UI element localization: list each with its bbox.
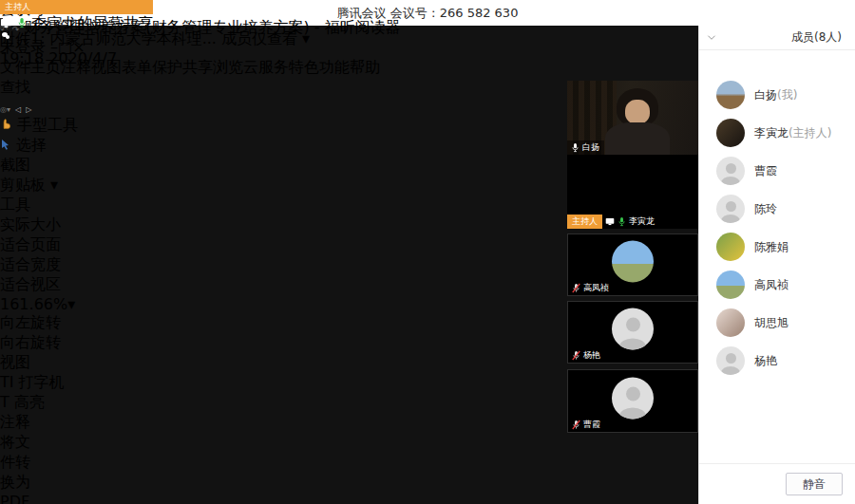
- member-row-3[interactable]: 曹霞: [699, 152, 855, 190]
- ribbon-group-create: 将文件转换为PDF 从扫描仪 空白 从剪贴板 创建: [0, 433, 608, 504]
- mic-on-icon: [17, 17, 27, 28]
- member-name: 曹霞: [754, 163, 777, 179]
- avatar: [716, 271, 745, 299]
- member-list: 白扬(我)李寅龙(主持人)曹霞陈玲陈雅娟高凤祯胡思旭杨艳: [699, 76, 855, 380]
- member-row-8[interactable]: 杨艳: [699, 342, 855, 380]
- find-options-icon[interactable]: ◎▾: [0, 105, 10, 114]
- actual-size-button[interactable]: 实际大小: [0, 215, 608, 235]
- member-row-5[interactable]: 陈雅娟: [699, 228, 855, 266]
- member-row-4[interactable]: 陈玲: [699, 190, 855, 228]
- video-name-label: 李寅龙: [629, 215, 655, 228]
- pdf-reader-window: F ↶ ↷ 财务管理培养方案(财务管理专业培养方案) - 福昕阅读器 未登录 –…: [0, 0, 608, 504]
- avatar: [612, 240, 654, 282]
- screen-share-icon: [605, 217, 615, 226]
- highlight-button[interactable]: T 高亮: [0, 393, 608, 413]
- mute-button[interactable]: 静音: [786, 473, 843, 495]
- member-name: 白扬: [754, 87, 777, 103]
- ribbon-group-comment: TI 打字机 T 高亮 注释: [0, 373, 608, 433]
- typewriter-icon: TI: [0, 373, 14, 391]
- rotate-left-button[interactable]: 向左旋转: [0, 313, 608, 333]
- video-name-label: 曹霞: [583, 419, 600, 431]
- avatar: [716, 195, 745, 223]
- member-name: 杨艳: [754, 353, 777, 369]
- taskbar-clock[interactable]: 19:18 2020/4/7: [0, 49, 310, 67]
- clipboard-button[interactable]: 剪贴板 ▾: [0, 176, 608, 196]
- highlight-icon: T: [0, 393, 10, 411]
- member-name: 高凤祯: [754, 277, 788, 293]
- hand-tool-button[interactable]: 手型工具: [0, 116, 608, 136]
- cursor-icon: [0, 139, 11, 150]
- mic-muted-icon: [572, 420, 580, 430]
- video-tile-baiyang[interactable]: 白扬: [567, 81, 698, 155]
- avatar: [716, 157, 745, 185]
- find-prev-icon[interactable]: ◁: [15, 105, 21, 114]
- avatar: [716, 119, 745, 147]
- avatar: [716, 308, 745, 337]
- video-tile-caoxia[interactable]: 曹霞: [567, 369, 698, 433]
- mic-muted-icon: [572, 350, 580, 361]
- zoom-input[interactable]: 161.66%▾: [0, 295, 608, 313]
- members-panel-footer: 静音: [699, 463, 855, 504]
- mic-muted-icon: [572, 283, 580, 293]
- video-tile-gaofengzhen[interactable]: 高凤祯: [567, 233, 698, 296]
- find-next-icon[interactable]: ▷: [26, 105, 31, 114]
- clock-date: 2020/4/7: [48, 49, 117, 67]
- video-name-label: 杨艳: [583, 349, 600, 362]
- member-row-6[interactable]: 高凤祯: [699, 266, 855, 304]
- chevron-down-icon[interactable]: [707, 34, 716, 41]
- permission-dropdown[interactable]: 成员仅查看 ▾: [221, 29, 310, 47]
- screen-share-icon: [0, 18, 12, 28]
- video-tile-yangyan[interactable]: 杨艳: [567, 301, 698, 364]
- share-banner-text: 李寅龙的屏幕共享: [31, 14, 153, 32]
- video-name-label: 高凤祯: [583, 282, 609, 294]
- members-panel-title: 成员(8人): [791, 29, 842, 46]
- ribbon-tab-11[interactable]: 帮助: [350, 58, 380, 76]
- member-row-7[interactable]: 胡思旭: [699, 304, 855, 342]
- find-input[interactable]: 查找: [0, 78, 608, 98]
- group-label-comment: 注释: [0, 413, 608, 433]
- ribbon: 手型工具 选择 截图 剪贴板 ▾ 工具 实际大小: [0, 116, 608, 504]
- avatar: [612, 308, 654, 349]
- find-toolbar: 查找 ◎▾ ◁ ▷: [0, 78, 608, 116]
- video-name-label: 白扬: [582, 141, 599, 154]
- member-role-suffix: (主持人): [788, 125, 831, 141]
- member-name: 陈雅娟: [754, 239, 788, 255]
- avatar: [716, 233, 745, 261]
- member-role-suffix: (我): [777, 87, 797, 103]
- member-name: 胡思旭: [754, 315, 788, 331]
- member-name: 陈玲: [754, 201, 777, 217]
- fit-page-button[interactable]: 适合页面: [0, 235, 608, 255]
- screen-share-banner: 主持人 李寅龙的屏幕共享: [0, 0, 153, 34]
- mic-on-icon: [571, 142, 580, 153]
- avatar: [612, 377, 654, 419]
- member-name: 李寅龙: [754, 125, 788, 141]
- clock-time: 19:18: [0, 49, 44, 67]
- snapshot-button[interactable]: 截图: [0, 156, 608, 176]
- members-panel: 成员(8人) 白扬(我)李寅龙(主持人)曹霞陈玲陈雅娟高凤祯胡思旭杨艳 静音: [698, 26, 855, 504]
- group-label-tools: 工具: [0, 196, 608, 215]
- ribbon-group-view: 实际大小 适合页面 适合宽度 适合视区 161.66%▾ 向左旋转 向右旋转 视…: [0, 215, 608, 373]
- ribbon-group-tools: 手型工具 选择 截图 剪贴板 ▾ 工具: [0, 116, 608, 215]
- group-label-view: 视图: [0, 353, 608, 373]
- hand-icon: [0, 118, 12, 130]
- member-row-1[interactable]: 白扬(我): [699, 76, 855, 114]
- typewriter-button[interactable]: TI 打字机: [0, 373, 608, 393]
- members-panel-header: 成员(8人): [699, 26, 855, 50]
- avatar: [716, 346, 745, 375]
- host-badge: 主持人: [567, 215, 602, 229]
- rotate-right-button[interactable]: 向右旋转: [0, 333, 608, 353]
- convert-pdf-button[interactable]: 将文件转换为PDF: [0, 433, 38, 504]
- fit-visible-button[interactable]: 适合视区: [0, 275, 608, 295]
- find-placeholder: 查找: [0, 78, 30, 96]
- host-badge: 主持人: [0, 0, 153, 14]
- mic-on-icon: [618, 216, 626, 227]
- video-tile-liyinlong[interactable]: 主持人 李寅龙: [567, 155, 698, 229]
- select-tool-button[interactable]: 选择: [0, 136, 608, 156]
- member-row-2[interactable]: 李寅龙(主持人): [699, 114, 855, 152]
- fit-width-button[interactable]: 适合宽度: [0, 255, 608, 275]
- avatar: [716, 81, 745, 109]
